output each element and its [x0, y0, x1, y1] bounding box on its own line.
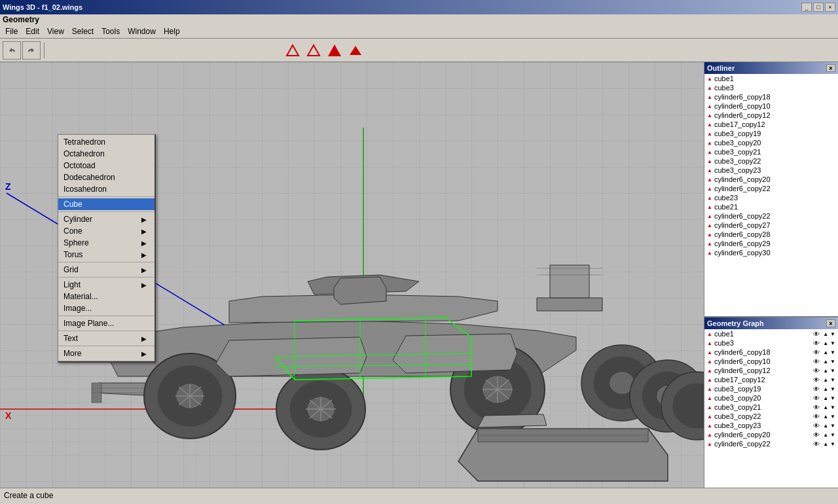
redo-button[interactable]: [22, 41, 41, 60]
down-arrow-icon[interactable]: ▼: [830, 386, 835, 392]
ctx-icosahedron[interactable]: Icosahedron: [58, 183, 155, 195]
outliner-list-item[interactable]: ▲ cube1: [704, 74, 838, 83]
ctx-image[interactable]: Image...: [58, 302, 155, 314]
down-arrow-icon[interactable]: ▼: [830, 405, 835, 410]
up-arrow-icon[interactable]: ▲: [823, 350, 828, 355]
up-arrow-icon[interactable]: ▲: [823, 359, 828, 365]
down-arrow-icon[interactable]: ▼: [830, 359, 835, 365]
eye-icon[interactable]: 👁: [813, 349, 820, 356]
geometry-graph-list-item[interactable]: ▲ cube17_copy12 👁 ▲ ▼: [704, 375, 838, 384]
outliner-list-item[interactable]: ▲ cube3_copy22: [704, 156, 838, 166]
geometry-graph-list-item[interactable]: ▲ cylinder6_copy12 👁 ▲ ▼: [704, 366, 838, 375]
eye-icon[interactable]: 👁: [813, 431, 820, 439]
outliner-list-item[interactable]: ▲ cylinder6_copy18: [704, 92, 838, 101]
outliner-list[interactable]: ▲ cube1 ▲ cube3 ▲ cylinder6_copy18 ▲ cyl…: [704, 74, 838, 316]
geometry-graph-list-item[interactable]: ▲ cube3_copy20 👁 ▲ ▼: [704, 393, 838, 403]
down-arrow-icon[interactable]: ▼: [830, 340, 835, 346]
down-arrow-icon[interactable]: ▼: [830, 368, 835, 374]
geometry-graph-list-item[interactable]: ▲ cylinder6_copy22 👁 ▲ ▼: [704, 439, 838, 448]
eye-icon[interactable]: 👁: [813, 331, 820, 338]
down-arrow-icon[interactable]: ▼: [830, 350, 835, 355]
ctx-text[interactable]: Text▶: [58, 333, 155, 344]
outliner-list-item[interactable]: ▲ cylinder6_copy30: [704, 248, 838, 257]
geometry-graph-list-item[interactable]: ▲ cube1 👁 ▲ ▼: [704, 329, 838, 338]
outliner-list-item[interactable]: ▲ cube3: [704, 83, 838, 92]
close-button[interactable]: ×: [825, 3, 835, 12]
outliner-list-item[interactable]: ▲ cylinder6_copy20: [704, 175, 838, 184]
geometry-graph-list-item[interactable]: ▲ cube3 👁 ▲ ▼: [704, 338, 838, 348]
outliner-list-item[interactable]: ▲ cylinder6_copy12: [704, 111, 838, 120]
menu-file[interactable]: File: [1, 26, 22, 37]
up-arrow-icon[interactable]: ▲: [823, 423, 828, 429]
outliner-list-item[interactable]: ▲ cylinder6_copy28: [704, 230, 838, 239]
down-arrow-icon[interactable]: ▼: [830, 432, 835, 438]
outliner-list-item[interactable]: ▲ cylinder6_copy22: [704, 184, 838, 193]
outliner-list-item[interactable]: ▲ cube21: [704, 202, 838, 211]
ctx-light[interactable]: Light▶: [58, 279, 155, 291]
ctx-image-plane[interactable]: Image Plane...: [58, 317, 155, 329]
triangle-filled-large[interactable]: [325, 41, 344, 60]
eye-icon[interactable]: 👁: [813, 340, 820, 347]
ctx-cone[interactable]: Cone▶: [58, 225, 155, 237]
outliner-list-item[interactable]: ▲ cube3_copy23: [704, 166, 838, 175]
ctx-octotoad[interactable]: Octotoad: [58, 160, 155, 171]
down-arrow-icon[interactable]: ▼: [830, 331, 835, 337]
geometry-graph-list[interactable]: ▲ cube1 👁 ▲ ▼ ▲ cube3 👁 ▲ ▼ ▲ cylinder6_…: [704, 329, 838, 488]
viewport[interactable]: Z X: [0, 62, 704, 488]
down-arrow-icon[interactable]: ▼: [830, 395, 835, 401]
triangle-filled-small[interactable]: [346, 41, 365, 60]
ctx-grid[interactable]: Grid▶: [58, 264, 155, 276]
maximize-button[interactable]: □: [813, 3, 824, 12]
up-arrow-icon[interactable]: ▲: [823, 414, 828, 420]
outliner-close-button[interactable]: ×: [826, 64, 835, 72]
undo-button[interactable]: [3, 41, 21, 60]
up-arrow-icon[interactable]: ▲: [823, 432, 828, 438]
outliner-list-item[interactable]: ▲ cylinder6_copy10: [704, 101, 838, 111]
up-arrow-icon[interactable]: ▲: [823, 331, 828, 337]
up-arrow-icon[interactable]: ▲: [823, 441, 828, 447]
eye-icon[interactable]: 👁: [813, 395, 820, 402]
up-arrow-icon[interactable]: ▲: [823, 405, 828, 410]
eye-icon[interactable]: 👁: [813, 367, 820, 374]
down-arrow-icon[interactable]: ▼: [830, 441, 835, 447]
ctx-tetrahedron[interactable]: Tetrahedron: [58, 136, 155, 148]
menu-window[interactable]: Window: [124, 26, 160, 37]
eye-icon[interactable]: 👁: [813, 386, 820, 393]
geometry-graph-close-button[interactable]: ×: [826, 319, 835, 327]
ctx-cylinder[interactable]: Cylinder▶: [58, 213, 155, 225]
down-arrow-icon[interactable]: ▼: [830, 423, 835, 429]
ctx-torus[interactable]: Torus▶: [58, 249, 155, 261]
menu-tools[interactable]: Tools: [98, 26, 124, 37]
outliner-list-item[interactable]: ▲ cylinder6_copy27: [704, 221, 838, 230]
triangle-outline-left[interactable]: [283, 41, 302, 60]
eye-icon[interactable]: 👁: [813, 358, 820, 365]
geometry-graph-list-item[interactable]: ▲ cylinder6_copy10 👁 ▲ ▼: [704, 357, 838, 366]
geometry-graph-list-item[interactable]: ▲ cube3_copy22 👁 ▲ ▼: [704, 412, 838, 421]
up-arrow-icon[interactable]: ▲: [823, 386, 828, 392]
outliner-list-item[interactable]: ▲ cylinder6_copy22: [704, 211, 838, 221]
outliner-list-item[interactable]: ▲ cube17_copy12: [704, 120, 838, 129]
ctx-more[interactable]: More▶: [58, 348, 155, 359]
ctx-octahedron[interactable]: Octahedron: [58, 148, 155, 160]
down-arrow-icon[interactable]: ▼: [830, 377, 835, 383]
eye-icon[interactable]: 👁: [813, 376, 820, 384]
menu-edit[interactable]: Edit: [22, 26, 43, 37]
triangle-outline-right[interactable]: [304, 41, 323, 60]
window-controls[interactable]: _ □ ×: [801, 3, 835, 12]
ctx-cube[interactable]: Cube: [58, 198, 155, 210]
geometry-graph-list-item[interactable]: ▲ cylinder6_copy18 👁 ▲ ▼: [704, 348, 838, 357]
eye-icon[interactable]: 👁: [813, 413, 820, 420]
outliner-list-item[interactable]: ▲ cube3_copy20: [704, 138, 838, 147]
down-arrow-icon[interactable]: ▼: [830, 414, 835, 420]
geometry-graph-list-item[interactable]: ▲ cube3_copy19 👁 ▲ ▼: [704, 384, 838, 393]
up-arrow-icon[interactable]: ▲: [823, 377, 828, 383]
up-arrow-icon[interactable]: ▲: [823, 340, 828, 346]
geometry-graph-list-item[interactable]: ▲ cube3_copy21 👁 ▲ ▼: [704, 403, 838, 412]
outliner-list-item[interactable]: ▲ cube3_copy21: [704, 147, 838, 156]
up-arrow-icon[interactable]: ▲: [823, 368, 828, 374]
menu-help[interactable]: Help: [160, 26, 184, 37]
eye-icon[interactable]: 👁: [813, 404, 820, 411]
eye-icon[interactable]: 👁: [813, 441, 820, 448]
up-arrow-icon[interactable]: ▲: [823, 395, 828, 401]
outliner-list-item[interactable]: ▲ cube23: [704, 193, 838, 202]
